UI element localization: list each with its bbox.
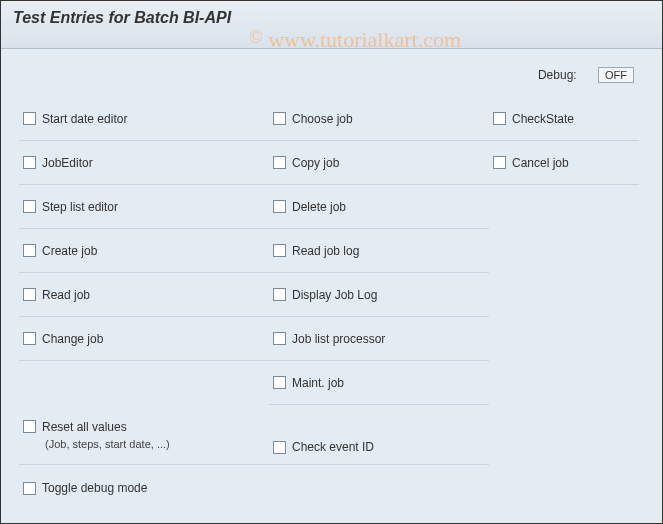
option-step-list-editor[interactable]: Step list editor <box>19 185 269 229</box>
title-bar: Test Entries for Batch BI-API <box>1 1 662 49</box>
options-grid: Start date editor Choose job CheckState … <box>19 97 644 465</box>
content-area: Debug: OFF Start date editor Choose job … <box>1 49 662 523</box>
option-check-event-id[interactable]: Check event ID <box>269 405 489 465</box>
checkbox-icon[interactable] <box>273 288 286 301</box>
checkbox-icon[interactable] <box>493 156 506 169</box>
option-label: Read job <box>42 288 90 302</box>
option-start-date-editor[interactable]: Start date editor <box>19 97 269 141</box>
checkbox-icon[interactable] <box>23 288 36 301</box>
checkbox-icon[interactable] <box>273 244 286 257</box>
option-change-job[interactable]: Change job <box>19 317 269 361</box>
empty-cell <box>489 317 639 361</box>
option-label: Check event ID <box>292 440 374 454</box>
option-reset-all-values[interactable]: Reset all values (Job, steps, start date… <box>19 405 269 465</box>
empty-cell <box>489 273 639 317</box>
option-label: Change job <box>42 332 103 346</box>
option-choose-job[interactable]: Choose job <box>269 97 489 141</box>
checkbox-icon[interactable] <box>23 244 36 257</box>
debug-row: Debug: OFF <box>19 61 644 97</box>
option-read-job[interactable]: Read job <box>19 273 269 317</box>
checkbox-icon[interactable] <box>23 156 36 169</box>
option-label: JobEditor <box>42 156 93 170</box>
checkbox-icon[interactable] <box>23 200 36 213</box>
option-label: Job list processor <box>292 332 385 346</box>
option-toggle-debug-mode[interactable]: Toggle debug mode <box>19 481 644 495</box>
checkbox-icon[interactable] <box>23 482 36 495</box>
option-copy-job[interactable]: Copy job <box>269 141 489 185</box>
option-label: Delete job <box>292 200 346 214</box>
page-title: Test Entries for Batch BI-API <box>13 9 650 27</box>
option-label: CheckState <box>512 112 574 126</box>
checkbox-icon[interactable] <box>273 376 286 389</box>
option-create-job[interactable]: Create job <box>19 229 269 273</box>
option-display-job-log[interactable]: Display Job Log <box>269 273 489 317</box>
empty-cell <box>489 361 639 405</box>
reset-sublabel: (Job, steps, start date, ...) <box>23 438 269 450</box>
empty-cell <box>489 229 639 273</box>
checkbox-icon[interactable] <box>273 441 286 454</box>
option-maint-job[interactable]: Maint. job <box>269 361 489 405</box>
checkbox-icon[interactable] <box>273 156 286 169</box>
option-label: Cancel job <box>512 156 569 170</box>
option-label: Create job <box>42 244 97 258</box>
checkbox-icon[interactable] <box>23 112 36 125</box>
option-label: Copy job <box>292 156 339 170</box>
option-delete-job[interactable]: Delete job <box>269 185 489 229</box>
debug-label: Debug: <box>538 68 577 82</box>
checkbox-icon[interactable] <box>273 112 286 125</box>
option-label: Display Job Log <box>292 288 377 302</box>
empty-cell <box>489 405 639 465</box>
option-label: Maint. job <box>292 376 344 390</box>
checkbox-icon[interactable] <box>23 332 36 345</box>
option-jobeditor[interactable]: JobEditor <box>19 141 269 185</box>
option-job-list-processor[interactable]: Job list processor <box>269 317 489 361</box>
option-read-job-log[interactable]: Read job log <box>269 229 489 273</box>
option-checkstate[interactable]: CheckState <box>489 97 639 141</box>
option-label: Read job log <box>292 244 359 258</box>
checkbox-icon[interactable] <box>23 420 36 433</box>
debug-value-field[interactable]: OFF <box>598 67 634 83</box>
option-label: Choose job <box>292 112 353 126</box>
checkbox-icon[interactable] <box>493 112 506 125</box>
option-label: Toggle debug mode <box>42 481 147 495</box>
option-label: Step list editor <box>42 200 118 214</box>
checkbox-icon[interactable] <box>273 200 286 213</box>
option-cancel-job[interactable]: Cancel job <box>489 141 639 185</box>
option-label: Reset all values <box>42 420 127 434</box>
empty-cell <box>489 185 639 229</box>
checkbox-icon[interactable] <box>273 332 286 345</box>
empty-cell <box>19 361 269 405</box>
option-label: Start date editor <box>42 112 127 126</box>
